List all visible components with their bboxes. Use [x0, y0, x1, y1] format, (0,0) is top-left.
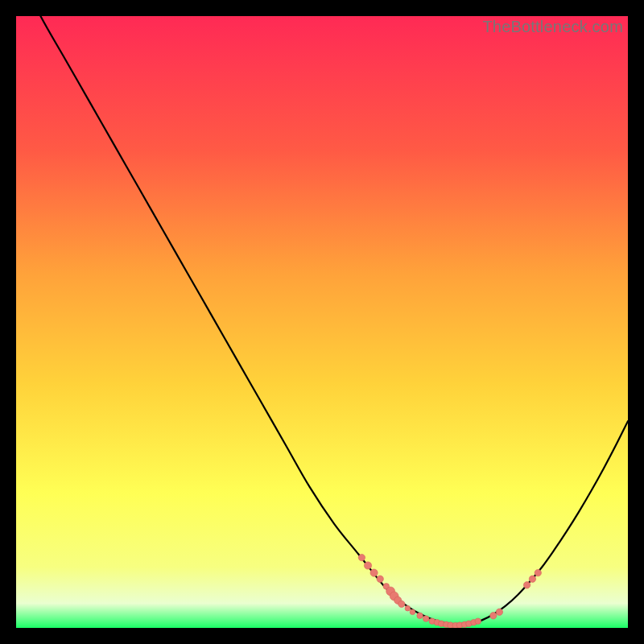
watermark-text: TheBottleneck.com — [482, 18, 623, 36]
curve-marker — [405, 605, 411, 611]
curve-marker — [370, 569, 378, 576]
curve-marker — [364, 562, 371, 569]
curve-marker — [475, 618, 481, 625]
curve-marker — [377, 576, 383, 582]
curve-marker — [490, 613, 497, 619]
curve-marker — [410, 609, 415, 615]
curve-marker — [417, 613, 423, 619]
chart-frame: TheBottleneck.com — [16, 16, 628, 628]
curve-marker — [523, 582, 530, 588]
curve-marker — [423, 616, 429, 622]
gradient-background — [16, 16, 628, 628]
curve-marker — [529, 576, 535, 582]
curve-marker — [535, 569, 541, 576]
curve-marker — [398, 601, 405, 607]
bottleneck-chart — [16, 16, 628, 628]
curve-marker — [496, 609, 502, 615]
curve-marker — [358, 554, 365, 560]
